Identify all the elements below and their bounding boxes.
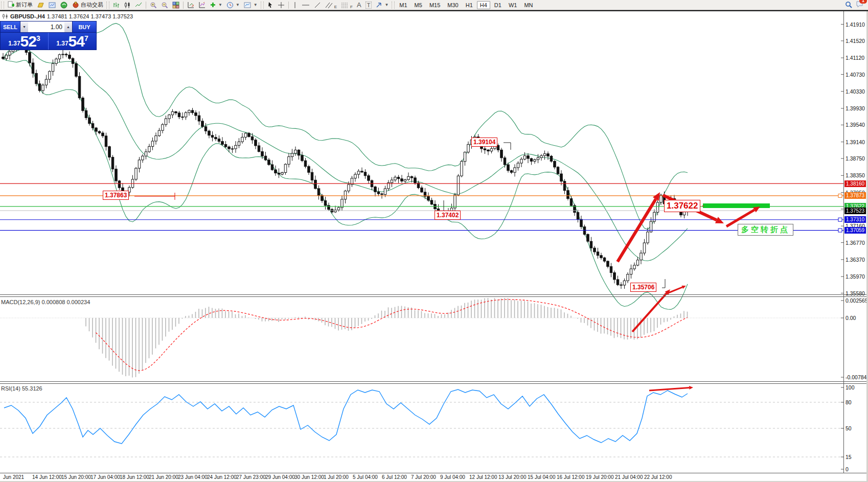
- timeframe-button-m1[interactable]: M1: [396, 1, 410, 9]
- bollinger-bands: [3, 24, 688, 310]
- new-order-label: 新订单: [16, 1, 33, 9]
- profiles-icon: [37, 2, 44, 9]
- rsi-layer: [0, 389, 843, 457]
- fibonacci-icon: [341, 2, 349, 9]
- text-tool-icon: A: [357, 1, 361, 9]
- macd-layer: [0, 298, 843, 377]
- auto-trading-label: 自动交易: [81, 1, 103, 9]
- text-tool-button[interactable]: A: [355, 1, 363, 9]
- template-icon: [244, 2, 252, 9]
- profiles-button[interactable]: [35, 1, 47, 9]
- line-chart-mode-button[interactable]: [133, 1, 144, 9]
- timeframe-button-m5[interactable]: M5: [412, 1, 425, 9]
- chart-icon: [2, 13, 8, 19]
- vertical-line-icon: [292, 2, 298, 9]
- zoom-out-button[interactable]: [159, 1, 170, 9]
- cursor-icon: [267, 2, 273, 9]
- market-watch-button[interactable]: [47, 1, 58, 9]
- line-chart-icon: [135, 2, 142, 9]
- trendline-icon: [314, 2, 321, 9]
- label-tool-button[interactable]: T: [363, 1, 374, 9]
- market-watch-icon: [49, 2, 56, 9]
- chart-shift-icon: [187, 2, 194, 9]
- mt4-terminal: 新订单 自动交易: [0, 0, 868, 482]
- timeframe-button-h1[interactable]: H1: [463, 1, 476, 9]
- tile-windows-button[interactable]: [170, 1, 181, 9]
- new-order-button[interactable]: 新订单: [5, 1, 35, 9]
- auto-trading-button[interactable]: 自动交易: [70, 1, 105, 9]
- macd-label: MACD(12,26,9) 0.000808 0.000234: [1, 299, 90, 305]
- buy-button[interactable]: BUY: [72, 21, 96, 32]
- equidistant-channel-icon: [325, 2, 333, 9]
- search-icon[interactable]: [845, 1, 853, 9]
- timeframe-button-m30[interactable]: M30: [444, 1, 461, 9]
- price-callout[interactable]: 1.39104: [471, 137, 497, 147]
- chart-shift-button[interactable]: [185, 1, 196, 9]
- timeframe-button-m15[interactable]: M15: [426, 1, 443, 9]
- bar-chart-mode-button[interactable]: [110, 1, 122, 9]
- auto-trading-icon: [72, 1, 79, 9]
- vline-tool-button[interactable]: [290, 1, 300, 9]
- channel-glyph: E: [334, 5, 337, 9]
- toolbar: 新订单 自动交易: [0, 0, 868, 10]
- trendline-tool-button[interactable]: [312, 1, 323, 9]
- timeframe-button-d1[interactable]: D1: [491, 1, 505, 9]
- crosshair-icon: [278, 2, 285, 9]
- sell-price-small: 1.37: [8, 40, 20, 47]
- note-box[interactable]: 多空转折点: [738, 224, 793, 236]
- rsi-label: RSI(14) 55.3126: [1, 385, 42, 392]
- candlestick-icon: [124, 2, 131, 9]
- timeframe-button-h4[interactable]: H4: [477, 1, 490, 9]
- chart-title: GBPUSD-,H4 1.37481 1.37624 1.37473 1.375…: [2, 13, 133, 19]
- chevron-down-icon: ▼: [254, 3, 258, 7]
- new-order-icon: [7, 1, 14, 9]
- annotations-layer: [134, 143, 770, 391]
- notifications-button[interactable]: 1: [856, 1, 864, 9]
- add-indicator-icon: [210, 2, 216, 8]
- period-button[interactable]: ▼: [224, 1, 242, 9]
- crosshair-tool-button[interactable]: [276, 1, 287, 9]
- sell-price-sup: 3: [36, 34, 40, 42]
- signals-icon: [60, 2, 68, 9]
- toolbar-grip: [1, 2, 4, 9]
- fibonacci-tool-button[interactable]: F: [339, 1, 355, 9]
- arrows-tool-button[interactable]: ▼: [374, 1, 391, 9]
- timeframe-button-w1[interactable]: W1: [506, 1, 520, 9]
- notification-badge: 1: [859, 0, 867, 4]
- buy-price[interactable]: 1.37 54 7: [49, 33, 96, 50]
- hline-tool-button[interactable]: [300, 1, 312, 9]
- channel-tool-button[interactable]: E: [323, 1, 339, 9]
- price-callout[interactable]: 1.37402: [435, 211, 461, 220]
- clock-icon: [226, 2, 234, 9]
- sell-button[interactable]: SELL: [1, 21, 20, 32]
- rsi-value: 55.3126: [22, 385, 42, 392]
- chevron-down-icon: ▼: [236, 3, 240, 7]
- volume-increase-button[interactable]: ▲: [64, 21, 72, 32]
- chevron-down-icon: ▼: [384, 3, 389, 7]
- zoom-in-button[interactable]: [148, 1, 159, 9]
- price-callout[interactable]: 1.37622: [664, 200, 700, 212]
- price-callout[interactable]: 1.37863: [103, 191, 129, 200]
- arrow-tool-icon: [376, 2, 382, 8]
- one-click-trading-panel: SELL ▼ 1.00 ▲ BUY 1.37 52 3 1.37 54 7: [0, 21, 97, 50]
- buy-price-small: 1.37: [56, 40, 68, 47]
- price-callout[interactable]: 1.35706: [630, 283, 656, 292]
- chart-autoscroll-button[interactable]: [196, 1, 208, 9]
- bar-chart-icon: [112, 2, 120, 9]
- template-button[interactable]: ▼: [242, 1, 260, 9]
- volume-input[interactable]: 1.00: [28, 21, 64, 32]
- chart-plot[interactable]: [0, 0, 868, 482]
- tile-windows-icon: [172, 2, 179, 9]
- add-indicator-button[interactable]: ▼: [208, 1, 224, 9]
- sell-price-main: 52: [20, 34, 36, 49]
- zoom-out-icon: [161, 2, 168, 9]
- chevron-down-icon: ▼: [218, 3, 222, 7]
- volume-decrease-button[interactable]: ▼: [20, 21, 28, 32]
- timeframe-button-mn[interactable]: MN: [521, 1, 536, 9]
- cursor-tool-button[interactable]: [265, 1, 276, 9]
- signals-button[interactable]: [58, 1, 70, 9]
- candlestick-mode-button[interactable]: [122, 1, 133, 9]
- sell-price[interactable]: 1.37 52 3: [1, 33, 49, 50]
- ohlc-values: 1.37481 1.37624 1.37473 1.37523: [47, 13, 133, 19]
- symbol-period: GBPUSD-,H4: [10, 13, 45, 19]
